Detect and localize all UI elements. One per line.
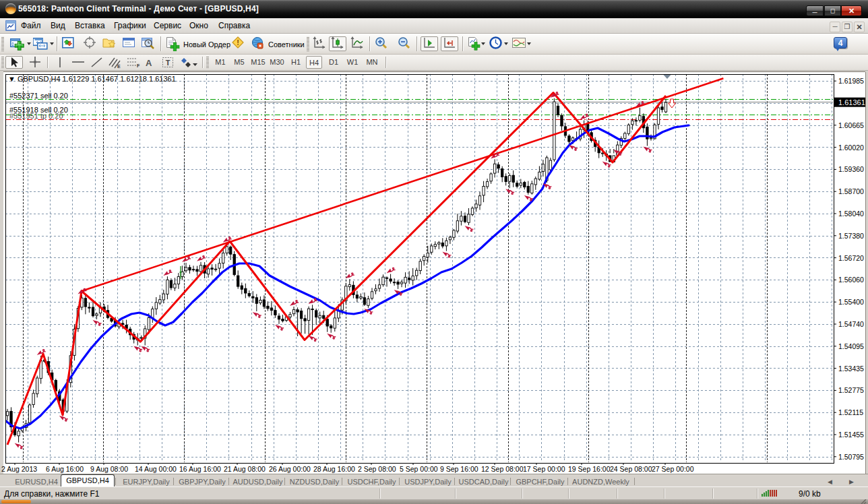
svg-text:1.57380: 1.57380: [838, 232, 864, 240]
svg-text:27 Sep 00:00: 27 Sep 00:00: [652, 465, 694, 473]
svg-text:26 Aug 00:00: 26 Aug 00:00: [269, 465, 311, 473]
svg-text:14 Aug 00:00: 14 Aug 00:00: [135, 465, 177, 473]
svg-text:2 Sep 08:00: 2 Sep 08:00: [358, 465, 396, 473]
svg-text:6 Aug 16:00: 6 Aug 16:00: [46, 465, 84, 473]
svg-text:1.52115: 1.52115: [838, 408, 863, 416]
svg-text:21 Aug 08:00: 21 Aug 08:00: [224, 465, 266, 473]
svg-text:28 Aug 16:00: 28 Aug 16:00: [313, 465, 355, 473]
svg-text:1.51455: 1.51455: [838, 431, 864, 439]
svg-text:1.55400: 1.55400: [838, 298, 864, 306]
svg-text:1.61985: 1.61985: [838, 77, 864, 85]
svg-text:E: E: [117, 64, 121, 69]
svg-text:1.54095: 1.54095: [838, 342, 864, 350]
svg-text:!: !: [237, 38, 239, 46]
svg-text:24 Sep 08:00: 24 Sep 08:00: [610, 465, 652, 473]
svg-text:9 Aug 08:00: 9 Aug 08:00: [90, 465, 128, 473]
svg-text:#552371 sell 0.20: #552371 sell 0.20: [9, 92, 68, 100]
svg-text:1.59360: 1.59360: [838, 165, 864, 173]
svg-text:▼ GBPUSD,H4 1.61229 1.61467 1: ▼ GBPUSD,H4 1.61229 1.61467 1.61218 1.61…: [8, 75, 176, 83]
svg-text:1.60665: 1.60665: [838, 121, 864, 129]
svg-text:1.52775: 1.52775: [838, 386, 864, 394]
svg-text:9 Sep 16:00: 9 Sep 16:00: [440, 465, 478, 473]
svg-text:1.54740: 1.54740: [838, 320, 864, 328]
svg-text:5 Sep 00:00: 5 Sep 00:00: [400, 465, 438, 473]
svg-text:1.50795: 1.50795: [838, 453, 864, 461]
svg-text:T: T: [166, 59, 170, 67]
svg-text:2 Aug 2013: 2 Aug 2013: [1, 465, 37, 473]
svg-text:1.56720: 1.56720: [838, 254, 864, 262]
svg-text:1.60020: 1.60020: [838, 144, 864, 152]
svg-text:1.56060: 1.56060: [838, 276, 864, 284]
svg-text:#551951 tp 0.20: #551951 tp 0.20: [9, 112, 63, 120]
svg-text:F: F: [137, 63, 140, 68]
svg-text:17 Sep 00:00: 17 Sep 00:00: [523, 465, 565, 473]
svg-text:1.61361: 1.61361: [838, 98, 865, 106]
svg-text:19 Sep 16:00: 19 Sep 16:00: [568, 465, 611, 473]
svg-text:1.58700: 1.58700: [838, 187, 864, 195]
svg-text:1.58040: 1.58040: [838, 210, 864, 218]
svg-text:1.53435: 1.53435: [838, 365, 864, 373]
svg-text:16 Aug 16:00: 16 Aug 16:00: [179, 465, 221, 473]
svg-text:12 Sep 08:00: 12 Sep 08:00: [481, 465, 524, 473]
